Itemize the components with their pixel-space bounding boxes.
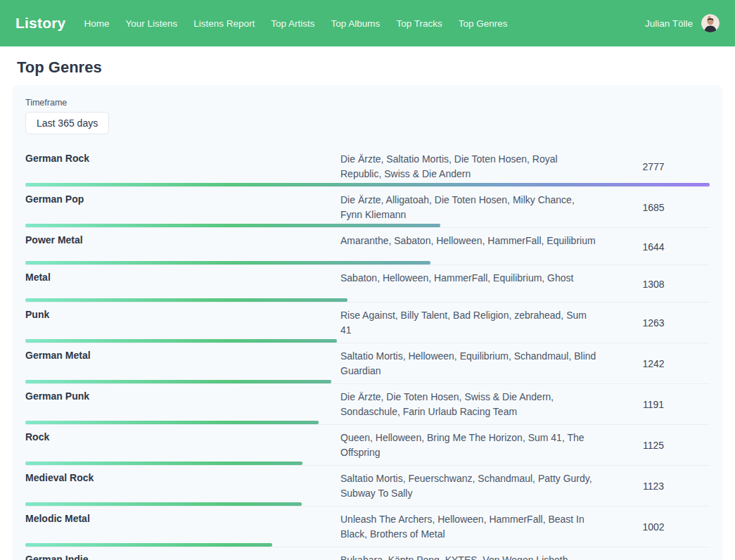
- genre-name: German Rock: [25, 152, 340, 164]
- genres-table: German RockDie Ärzte, Saltatio Mortis, D…: [25, 146, 710, 560]
- genre-listen-count: 1263: [597, 317, 710, 329]
- nav-item-top-artists[interactable]: Top Artists: [271, 18, 314, 29]
- genre-row: German RockDie Ärzte, Saltatio Mortis, D…: [25, 146, 710, 187]
- genre-top-artists: Rise Against, Billy Talent, Bad Religion…: [340, 308, 597, 338]
- genre-top-artists: Saltatio Mortis, Feuerschwanz, Schandmau…: [340, 471, 597, 501]
- genre-top-artists: Die Ärzte, Die Toten Hosen, Swiss & Die …: [340, 390, 597, 419]
- main-nav: HomeYour ListensListens ReportTop Artist…: [84, 18, 507, 29]
- timeframe-select[interactable]: Last 365 days: [25, 112, 109, 134]
- page-title: Top Genres: [17, 58, 735, 77]
- nav-item-top-tracks[interactable]: Top Tracks: [396, 18, 442, 29]
- nav-item-top-genres[interactable]: Top Genres: [459, 18, 508, 29]
- nav-item-home[interactable]: Home: [84, 18, 109, 29]
- nav-item-top-albums[interactable]: Top Albums: [331, 18, 381, 29]
- genre-name: German Punk: [25, 390, 340, 402]
- genre-row: Medieval RockSaltatio Mortis, Feuerschwa…: [25, 466, 710, 507]
- genre-progress-bar: [25, 543, 272, 547]
- genre-name: Medieval Rock: [25, 471, 340, 483]
- genre-top-artists: Sabaton, Helloween, HammerFall, Equilibr…: [340, 271, 597, 286]
- genre-row: German PunkDie Ärzte, Die Toten Hosen, S…: [25, 384, 710, 425]
- genre-row: Power MetalAmaranthe, Sabaton, Helloween…: [25, 228, 710, 265]
- genre-row: German IndieBukahara, Käptn Peng, KYTES,…: [25, 547, 710, 560]
- genre-top-artists: Die Ärzte, Alligatoah, Die Toten Hosen, …: [340, 193, 597, 222]
- genre-name: Metal: [25, 271, 340, 283]
- genre-progress-bar: [25, 183, 710, 186]
- app-logo[interactable]: Listory: [15, 15, 65, 32]
- nav-item-your-listens[interactable]: Your Listens: [125, 18, 177, 29]
- genre-top-artists: Bukahara, Käptn Peng, KYTES, Von Wegen L…: [340, 553, 597, 560]
- genre-top-artists: Saltatio Mortis, Helloween, Equilibrium,…: [340, 349, 597, 378]
- genre-listen-count: 1242: [597, 358, 710, 369]
- genre-listen-count: 1644: [597, 241, 710, 253]
- genre-row: MetalSabaton, Helloween, HammerFall, Equ…: [25, 265, 710, 303]
- genre-progress-bar: [25, 380, 331, 383]
- genre-progress-bar: [25, 339, 337, 343]
- user-avatar-icon[interactable]: [701, 14, 720, 32]
- top-bar: Listory HomeYour ListensListens ReportTo…: [0, 0, 735, 46]
- nav-item-listens-report[interactable]: Listens Report: [193, 18, 255, 29]
- genre-row: RockQueen, Helloween, Bring Me The Horiz…: [25, 425, 710, 466]
- genre-top-artists: Unleash The Archers, Helloween, HammerFa…: [340, 512, 597, 542]
- genre-progress-bar: [25, 298, 347, 302]
- genre-row: German PopDie Ärzte, Alligatoah, Die Tot…: [25, 187, 710, 228]
- user-name: Julian Tölle: [645, 18, 693, 29]
- genre-progress-bar: [25, 462, 302, 465]
- genre-progress-bar: [25, 502, 302, 506]
- timeframe-label: Timeframe: [25, 98, 710, 108]
- genre-top-artists: Die Ärzte, Saltatio Mortis, Die Toten Ho…: [340, 152, 597, 182]
- genre-row: German MetalSaltatio Mortis, Helloween, …: [25, 343, 710, 384]
- genre-progress-bar: [25, 224, 440, 227]
- genre-name: Melodic Metal: [25, 512, 340, 524]
- genre-listen-count: 2777: [597, 161, 710, 172]
- user-menu[interactable]: Julian Tölle: [645, 14, 720, 32]
- genre-listen-count: 1123: [597, 481, 710, 492]
- genre-top-artists: Amaranthe, Sabaton, Helloween, HammerFal…: [340, 234, 597, 248]
- genre-name: Rock: [25, 431, 340, 443]
- genre-listen-count: 1685: [597, 202, 710, 213]
- genre-progress-bar: [25, 261, 430, 265]
- genre-top-artists: Queen, Helloween, Bring Me The Horizon, …: [340, 431, 597, 460]
- genre-row: Melodic MetalUnleash The Archers, Hellow…: [25, 507, 710, 547]
- genre-listen-count: 1002: [597, 521, 710, 533]
- genre-name: Power Metal: [25, 234, 340, 246]
- genre-name: German Metal: [25, 349, 340, 361]
- genre-name: Punk: [25, 308, 340, 320]
- genre-name: German Indie: [25, 553, 340, 560]
- genre-listen-count: 1191: [597, 399, 710, 410]
- genre-row: PunkRise Against, Billy Talent, Bad Reli…: [25, 303, 710, 343]
- genre-listen-count: 1308: [597, 279, 710, 290]
- genre-name: German Pop: [25, 193, 340, 205]
- genre-listen-count: 1125: [597, 440, 710, 451]
- main-content: Top Genres Timeframe Last 365 days Germa…: [0, 58, 735, 560]
- top-genres-card: Timeframe Last 365 days German RockDie Ä…: [13, 85, 722, 560]
- genre-progress-bar: [25, 421, 319, 424]
